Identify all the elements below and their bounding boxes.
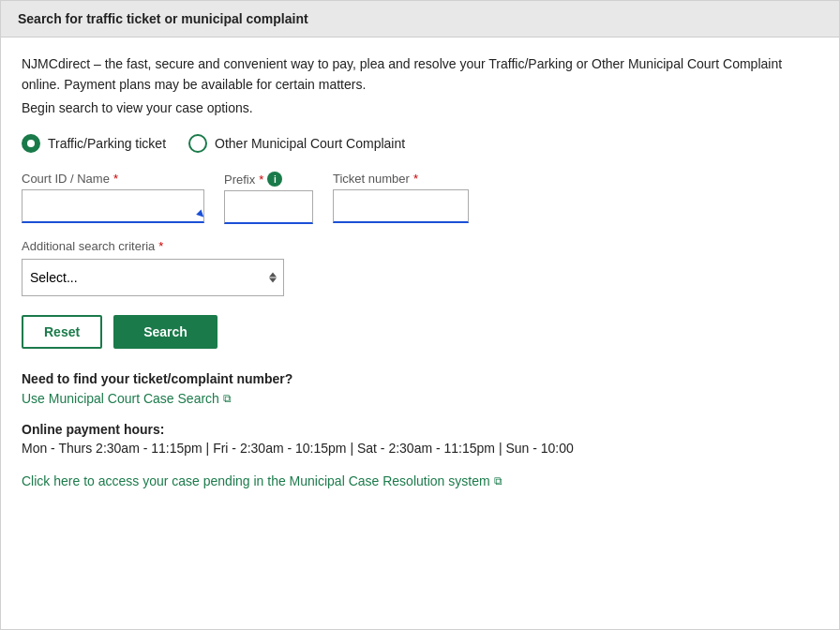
radio-other-label: Other Municipal Court Complaint (215, 136, 405, 151)
ticket-number-group: Ticket number * (333, 172, 473, 223)
additional-criteria-select-wrapper: Select... (22, 259, 284, 296)
case-resolution-link[interactable]: Click here to access your case pending i… (22, 473, 502, 488)
card-body: NJMCdirect – the fast, secure and conven… (1, 38, 839, 510)
additional-criteria-group: Additional search criteria * Select... (22, 239, 818, 296)
search-button[interactable]: Search (113, 315, 218, 349)
ticket-number-required: * (413, 172, 418, 186)
court-id-group: Court ID / Name * (22, 172, 209, 223)
court-id-required: * (113, 172, 118, 186)
municipal-link-text: Use Municipal Court Case Search (22, 391, 219, 406)
description-line2: Begin search to view your case options. (22, 98, 818, 119)
payment-hours-section: Online payment hours: Mon - Thurs 2:30am… (22, 422, 818, 456)
additional-criteria-label: Additional search criteria * (22, 239, 818, 253)
ticket-number-input[interactable] (333, 189, 469, 223)
additional-criteria-select[interactable]: Select... (22, 259, 284, 296)
radio-group: Traffic/Parking ticket Other Municipal C… (22, 134, 818, 153)
municipal-court-case-search-link[interactable]: Use Municipal Court Case Search ⧉ (22, 391, 232, 406)
reset-button[interactable]: Reset (22, 315, 102, 349)
case-resolution-text: Click here to access your case pending i… (22, 473, 490, 488)
description: NJMCdirect – the fast, secure and conven… (22, 54, 818, 119)
radio-other-icon (188, 134, 207, 153)
case-resolution-external-icon: ⧉ (494, 474, 502, 488)
court-id-input[interactable] (22, 189, 204, 223)
payment-hours-label: Online payment hours: (22, 422, 818, 437)
court-id-label: Court ID / Name * (22, 172, 209, 186)
button-row: Reset Search (22, 315, 818, 349)
ticket-number-label: Ticket number * (333, 172, 473, 186)
prefix-label: Prefix * i (224, 172, 318, 187)
municipal-external-icon: ⧉ (223, 392, 232, 405)
prefix-required: * (259, 172, 263, 187)
find-ticket-label: Need to find your ticket/complaint numbe… (22, 371, 818, 386)
prefix-info-icon[interactable]: i (267, 172, 282, 187)
fields-row: Court ID / Name * Prefix * i Ticket numb… (22, 172, 818, 224)
payment-hours-text: Mon - Thurs 2:30am - 11:15pm | Fri - 2:3… (22, 441, 818, 456)
prefix-input[interactable] (224, 190, 313, 224)
prefix-group: Prefix * i (224, 172, 318, 224)
main-card: Search for traffic ticket or municipal c… (0, 0, 840, 630)
additional-criteria-required: * (158, 239, 163, 253)
find-ticket-section: Need to find your ticket/complaint numbe… (22, 371, 818, 407)
case-resolution-section: Click here to access your case pending i… (22, 472, 818, 489)
court-id-input-wrapper (22, 189, 209, 223)
card-header: Search for traffic ticket or municipal c… (1, 1, 839, 38)
description-line1: NJMCdirect – the fast, secure and conven… (22, 54, 818, 95)
radio-traffic-icon (22, 134, 40, 153)
radio-traffic-parking[interactable]: Traffic/Parking ticket (22, 134, 166, 153)
radio-traffic-label: Traffic/Parking ticket (48, 136, 166, 151)
page-title: Search for traffic ticket or municipal c… (18, 11, 308, 26)
radio-other-municipal[interactable]: Other Municipal Court Complaint (188, 134, 405, 153)
